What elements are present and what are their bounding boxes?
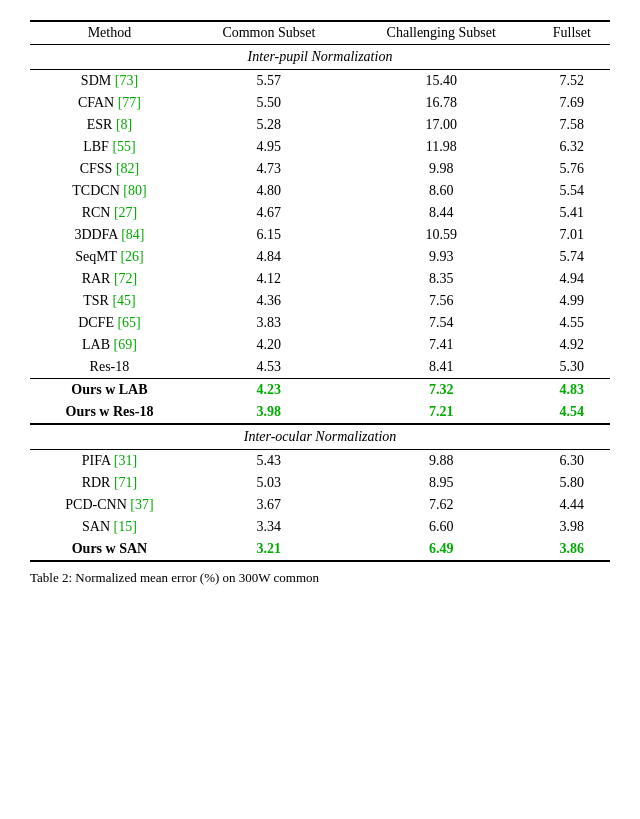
- table-row: PCD-CNN [37]3.677.624.44: [30, 494, 610, 516]
- method-cell: RAR [72]: [30, 268, 189, 290]
- method-cell: CFAN [77]: [30, 92, 189, 114]
- common-cell: 5.50: [189, 92, 349, 114]
- challenging-cell: 8.35: [349, 268, 534, 290]
- common-cell: 4.80: [189, 180, 349, 202]
- common-cell: 3.98: [189, 401, 349, 424]
- challenging-cell: 7.32: [349, 379, 534, 402]
- method-cell: 3DDFA [84]: [30, 224, 189, 246]
- fullset-cell: 4.44: [534, 494, 610, 516]
- common-cell: 3.21: [189, 538, 349, 561]
- fullset-cell: 7.52: [534, 70, 610, 93]
- fullset-header: Fullset: [534, 21, 610, 45]
- challenging-cell: 16.78: [349, 92, 534, 114]
- table-row: LBF [55]4.9511.986.32: [30, 136, 610, 158]
- table-header-row: Method Common Subset Challenging Subset …: [30, 21, 610, 45]
- challenging-cell: 17.00: [349, 114, 534, 136]
- fullset-cell: 4.92: [534, 334, 610, 356]
- common-cell: 4.12: [189, 268, 349, 290]
- common-cell: 4.36: [189, 290, 349, 312]
- method-cell: TSR [45]: [30, 290, 189, 312]
- challenging-cell: 8.95: [349, 472, 534, 494]
- table-row: SeqMT [26]4.849.935.74: [30, 246, 610, 268]
- results-table: Method Common Subset Challenging Subset …: [30, 20, 610, 562]
- method-cell: SeqMT [26]: [30, 246, 189, 268]
- method-cell: DCFE [65]: [30, 312, 189, 334]
- table-row: CFAN [77]5.5016.787.69: [30, 92, 610, 114]
- fullset-cell: 6.32: [534, 136, 610, 158]
- challenging-cell: 7.21: [349, 401, 534, 424]
- method-cell: LBF [55]: [30, 136, 189, 158]
- section-header-row: Inter-pupil Normalization: [30, 45, 610, 70]
- method-cell: CFSS [82]: [30, 158, 189, 180]
- table-row: CFSS [82]4.739.985.76: [30, 158, 610, 180]
- common-cell: 4.95: [189, 136, 349, 158]
- table-caption: Table 2: Normalized mean error (%) on 30…: [30, 570, 610, 586]
- method-cell: Ours w LAB: [30, 379, 189, 402]
- common-cell: 5.43: [189, 450, 349, 473]
- fullset-cell: 6.30: [534, 450, 610, 473]
- common-cell: 3.67: [189, 494, 349, 516]
- challenging-cell: 8.60: [349, 180, 534, 202]
- common-cell: 4.84: [189, 246, 349, 268]
- fullset-cell: 5.30: [534, 356, 610, 379]
- method-header: Method: [30, 21, 189, 45]
- table-row: TCDCN [80]4.808.605.54: [30, 180, 610, 202]
- challenging-cell: 7.56: [349, 290, 534, 312]
- challenging-cell: 15.40: [349, 70, 534, 93]
- common-cell: 4.53: [189, 356, 349, 379]
- method-cell: SDM [73]: [30, 70, 189, 93]
- fullset-cell: 3.86: [534, 538, 610, 561]
- table-row: ESR [8]5.2817.007.58: [30, 114, 610, 136]
- challenging-cell: 7.62: [349, 494, 534, 516]
- method-cell: TCDCN [80]: [30, 180, 189, 202]
- fullset-cell: 4.55: [534, 312, 610, 334]
- table-row: Ours w Res-183.987.214.54: [30, 401, 610, 424]
- fullset-cell: 7.01: [534, 224, 610, 246]
- section-header-row: Inter-ocular Normalization: [30, 424, 610, 450]
- fullset-cell: 4.99: [534, 290, 610, 312]
- table-row: RCN [27]4.678.445.41: [30, 202, 610, 224]
- method-cell: SAN [15]: [30, 516, 189, 538]
- table-row: 3DDFA [84]6.1510.597.01: [30, 224, 610, 246]
- common-cell: 4.67: [189, 202, 349, 224]
- method-cell: Ours w Res-18: [30, 401, 189, 424]
- fullset-cell: 4.54: [534, 401, 610, 424]
- table-row: TSR [45]4.367.564.99: [30, 290, 610, 312]
- common-cell: 5.28: [189, 114, 349, 136]
- method-cell: Res-18: [30, 356, 189, 379]
- challenging-cell: 7.41: [349, 334, 534, 356]
- table-row: SDM [73]5.5715.407.52: [30, 70, 610, 93]
- challenging-cell: 9.93: [349, 246, 534, 268]
- method-cell: PCD-CNN [37]: [30, 494, 189, 516]
- common-cell: 6.15: [189, 224, 349, 246]
- fullset-cell: 5.76: [534, 158, 610, 180]
- common-cell: 3.83: [189, 312, 349, 334]
- method-cell: LAB [69]: [30, 334, 189, 356]
- challenging-subset-header: Challenging Subset: [349, 21, 534, 45]
- challenging-cell: 9.98: [349, 158, 534, 180]
- common-cell: 4.23: [189, 379, 349, 402]
- method-cell: ESR [8]: [30, 114, 189, 136]
- fullset-cell: 7.69: [534, 92, 610, 114]
- table-row: RDR [71]5.038.955.80: [30, 472, 610, 494]
- table-row: DCFE [65]3.837.544.55: [30, 312, 610, 334]
- common-cell: 4.20: [189, 334, 349, 356]
- challenging-cell: 6.60: [349, 516, 534, 538]
- challenging-cell: 8.41: [349, 356, 534, 379]
- common-cell: 5.03: [189, 472, 349, 494]
- fullset-cell: 4.83: [534, 379, 610, 402]
- table-row: SAN [15]3.346.603.98: [30, 516, 610, 538]
- challenging-cell: 10.59: [349, 224, 534, 246]
- table-row: LAB [69]4.207.414.92: [30, 334, 610, 356]
- fullset-cell: 7.58: [534, 114, 610, 136]
- common-cell: 5.57: [189, 70, 349, 93]
- method-cell: RDR [71]: [30, 472, 189, 494]
- method-cell: PIFA [31]: [30, 450, 189, 473]
- challenging-cell: 6.49: [349, 538, 534, 561]
- challenging-cell: 7.54: [349, 312, 534, 334]
- fullset-cell: 5.80: [534, 472, 610, 494]
- table-row: RAR [72]4.128.354.94: [30, 268, 610, 290]
- common-cell: 3.34: [189, 516, 349, 538]
- fullset-cell: 3.98: [534, 516, 610, 538]
- common-subset-header: Common Subset: [189, 21, 349, 45]
